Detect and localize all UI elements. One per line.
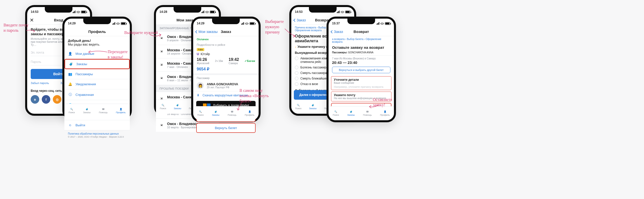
phone-icon: ☎ <box>366 110 369 113</box>
panel-login: 14:53 ✕ Вход Войдите, чтобы видеть свои … <box>25 5 141 123</box>
status-time: 14:29 <box>68 22 76 25</box>
annotation-orders: Переходите в заказы! <box>108 49 128 60</box>
back-button[interactable]: Заказ <box>294 18 306 22</box>
plane-icon: ✈ <box>159 75 165 81</box>
tab-orders[interactable]: 🧳Заказы <box>347 110 355 116</box>
refund-hl: Вернуть билет <box>196 123 256 133</box>
choose-other-button[interactable]: Вернуться и выбрать другой билет <box>332 67 390 73</box>
navbar-title: Вход <box>54 18 63 22</box>
chevron-left-icon <box>294 18 296 22</box>
close-icon[interactable]: ✕ <box>30 17 34 23</box>
tabbar: 🔍Поиск 🧳Заказы ☎Помощь 👤Профиль <box>64 104 130 118</box>
dep-city: Жуковский <box>197 62 209 65</box>
tab-orders[interactable]: 🧳Заказы <box>212 110 219 116</box>
user-icon: 👤 <box>248 110 251 113</box>
pax-hdr: Пассажир <box>193 75 259 80</box>
tab-search[interactable]: 🔍Поиск <box>197 110 204 116</box>
avatar: 👩 <box>197 82 204 89</box>
search-icon: 🔍 <box>297 104 300 106</box>
flight-details-hdr: Подробности о рейсе <box>193 42 259 47</box>
order-status: Оплачен <box>193 36 259 42</box>
airline-name: Ютэйр <box>200 52 210 56</box>
menu-orders[interactable]: 🧳 Заказы <box>64 59 130 69</box>
info-icon: ⓘ <box>68 92 72 97</box>
tab-search[interactable]: 🔍Поиск <box>160 104 166 110</box>
bell-icon: 🔔 <box>68 82 72 86</box>
tab-help[interactable]: ☎Помощь <box>228 110 236 116</box>
breadcrumb: а возврата › Выбор билета › Оформление в… <box>329 36 394 45</box>
tab-orders[interactable]: 🧳Заказы <box>309 104 316 110</box>
tab-profile[interactable]: 👤Профиль <box>116 108 126 114</box>
status-time: 14:28 <box>159 10 167 14</box>
search-icon: 🔍 <box>334 110 337 113</box>
plane-icon: ✈ <box>159 122 165 128</box>
tab-orders[interactable]: 🧳Заказы <box>174 104 181 110</box>
menu-logout[interactable]: ⎋ Выйти <box>64 120 130 130</box>
briefcase-icon: 🧳 <box>176 104 179 106</box>
plane-icon: ✈ <box>159 62 165 68</box>
panel-orders: 14:28 Мои заказы ЗАПЛАНИРОВАННЫЕ ПОЕЗДКИ… <box>154 5 270 123</box>
arr-time: 19:42 <box>229 57 239 62</box>
back-button[interactable]: Заказ <box>331 30 343 34</box>
plane-icon: ✈ <box>159 49 165 55</box>
chevron-left-icon <box>331 30 333 34</box>
arrow-icon <box>236 101 244 111</box>
leg-desc: 7 мая Из Москвы (Внуково) в Самару <box>332 57 390 60</box>
airline-logo-icon: U <box>197 52 199 56</box>
briefcase-icon: 🧳 <box>311 104 314 106</box>
pax-sub: 29 лет. Паспорт РФ <box>207 86 238 89</box>
annotation-reason: Выбираете нужную причину <box>265 19 284 35</box>
greeting-1: Добрый день! <box>68 39 126 43</box>
menu-passengers[interactable]: 👥 Пассажиры <box>64 69 130 79</box>
annotation-email: Вводите почту и пароль <box>4 23 28 33</box>
phone-icon: ☎ <box>102 108 105 110</box>
vk-icon[interactable]: в <box>31 95 39 104</box>
facebook-icon[interactable]: f <box>42 95 50 104</box>
tab-help[interactable]: ☎Помощь <box>99 108 108 114</box>
menu-notifications[interactable]: 🔔 Уведомления <box>64 79 130 89</box>
briefcase-icon: 🧳 <box>69 62 73 66</box>
refund-button[interactable]: Вернуть билет <box>197 124 255 132</box>
search-icon: 🔍 <box>162 104 164 106</box>
arrow-icon <box>284 28 296 38</box>
details-field[interactable]: Уточните детали Ваше сообщение Например,… <box>331 76 391 90</box>
price: 9654 ₽ <box>197 67 255 71</box>
pax-name: ANNA GONCHAROVA <box>207 83 238 86</box>
request-heading: Оставьте заявку на возврат <box>329 45 394 51</box>
tab-profile[interactable]: 👤Профиль <box>380 110 390 116</box>
tab-search[interactable]: 🔍Поиск <box>333 110 339 116</box>
exit-icon: ⎋ <box>68 123 72 127</box>
baggage-badge: ✓Багаж <box>245 59 255 63</box>
status-time: 14:53 <box>295 10 303 14</box>
navbar-title: Возврат <box>353 29 369 34</box>
navbar-title: Заказ <box>221 29 231 34</box>
user-icon: 👤 <box>384 110 386 113</box>
phone-order-detail: 14:29 Мои заказы Заказ Оплачен Подробнос… <box>191 17 261 122</box>
briefcase-icon: 🧳 <box>86 108 88 110</box>
leg-times: 20:43 — 23:40 <box>332 60 390 65</box>
briefcase-icon: 🧳 <box>214 110 217 113</box>
tab-help[interactable]: ☎Помощь <box>363 110 372 116</box>
tab-search[interactable]: 🔍Поиск <box>68 108 75 114</box>
status-time: 14:29 <box>197 22 205 25</box>
navbar-title: Профиль <box>88 29 106 34</box>
arrow-down-icon: ↓ <box>295 45 297 49</box>
policy-link[interactable]: Политика обработки персональных данных <box>64 130 130 136</box>
arrow-icon <box>149 33 162 39</box>
forgot-password-link[interactable]: Забыл пароль <box>31 82 49 85</box>
fake-badge: Fake <box>197 48 204 51</box>
navbar-profile: Профиль <box>64 27 130 36</box>
back-button[interactable]: Мои заказы <box>196 30 218 34</box>
search-icon: 🔍 <box>199 110 202 113</box>
copyright: © 2017 – 2020, ООО «Глобус Медиа» · Верс… <box>64 136 130 140</box>
phone-icon: ☎ <box>231 110 233 113</box>
chevron-left-icon <box>196 30 198 34</box>
menu-help[interactable]: ⓘ Справочная <box>64 89 130 100</box>
ok-icon[interactable]: ◎ <box>53 95 61 104</box>
tab-orders[interactable]: 🧳Заказы <box>83 108 91 114</box>
download-icon: ⬇ <box>197 93 199 97</box>
arrow-icon <box>88 49 108 55</box>
tab-search[interactable]: 🔍Поиск <box>295 104 301 110</box>
tab-profile[interactable]: 👤Профиль <box>245 110 255 116</box>
greeting-2: Мы рады вас видеть. <box>68 43 126 46</box>
